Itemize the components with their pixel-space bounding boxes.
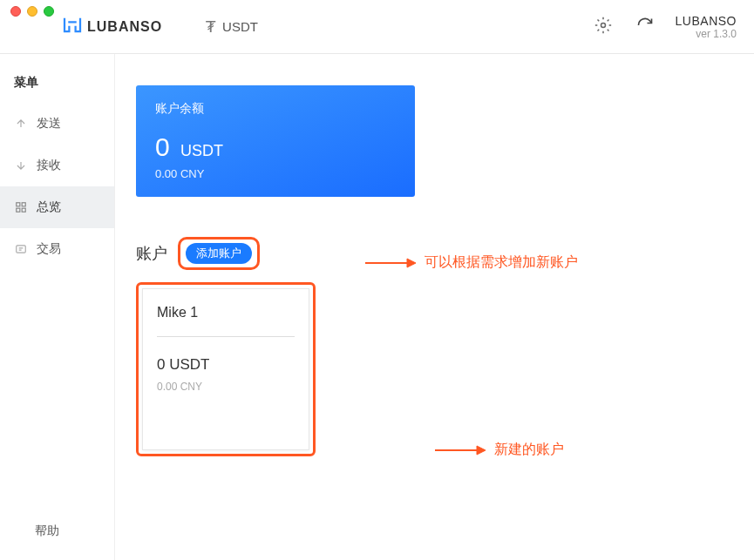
svg-marker-7 bbox=[407, 259, 416, 267]
annotation-text: 可以根据需求增加新账户 bbox=[425, 253, 578, 272]
svg-marker-9 bbox=[477, 446, 486, 455]
balance-cny: 0.00 CNY bbox=[155, 167, 396, 180]
arrow-icon bbox=[433, 444, 486, 456]
sidebar: 菜单 发送 接收 总览 交易 帮助 bbox=[0, 54, 115, 560]
add-account-highlight: 添加账户 bbox=[178, 237, 260, 270]
lubanso-icon bbox=[63, 17, 82, 37]
balance-amount: 0 USDT bbox=[155, 132, 396, 162]
currency-label: USDT bbox=[222, 19, 258, 34]
refresh-icon bbox=[636, 17, 654, 37]
sidebar-item-send[interactable]: 发送 bbox=[0, 103, 114, 145]
accounts-section-label: 账户 bbox=[136, 243, 167, 264]
titlebar: LUBANSO ₮ USDT LUBANSO ver 1.3.0 bbox=[0, 0, 754, 54]
refresh-button[interactable] bbox=[632, 14, 658, 40]
svg-rect-2 bbox=[22, 203, 25, 206]
sidebar-item-label: 接收 bbox=[37, 158, 61, 173]
transactions-icon bbox=[14, 243, 28, 255]
gear-icon bbox=[594, 17, 612, 37]
balance-label: 账户余额 bbox=[155, 101, 396, 117]
sidebar-item-label: 交易 bbox=[37, 241, 61, 257]
settings-button[interactable] bbox=[590, 14, 616, 40]
balance-card: 账户余额 0 USDT 0.00 CNY bbox=[136, 85, 415, 197]
account-card[interactable]: Mike 1 0 USDT 0.00 CNY bbox=[142, 288, 309, 450]
account-balance: 0 USDT bbox=[157, 356, 295, 374]
brand-text: LUBANSO bbox=[87, 19, 162, 35]
sidebar-item-overview[interactable]: 总览 bbox=[0, 186, 114, 228]
account-name: Mike 1 bbox=[157, 305, 295, 320]
sidebar-item-transactions[interactable]: 交易 bbox=[0, 228, 114, 270]
sidebar-help[interactable]: 帮助 bbox=[0, 503, 114, 560]
svg-rect-3 bbox=[17, 208, 20, 212]
balance-unit: USDT bbox=[180, 142, 223, 159]
svg-rect-5 bbox=[17, 246, 26, 253]
sidebar-item-label: 发送 bbox=[37, 116, 61, 132]
annotation-add-account: 可以根据需求增加新账户 bbox=[363, 253, 578, 272]
annotation-new-account: 新建的账户 bbox=[433, 441, 564, 459]
app-version: LUBANSO ver 1.3.0 bbox=[676, 14, 737, 40]
annotation-text: 新建的账户 bbox=[494, 441, 564, 459]
brand-logo: LUBANSO bbox=[63, 17, 162, 37]
sidebar-menu-title: 菜单 bbox=[0, 70, 114, 103]
window-controls bbox=[10, 6, 54, 17]
svg-rect-1 bbox=[17, 203, 20, 206]
help-label: 帮助 bbox=[35, 523, 59, 537]
arrow-icon bbox=[363, 257, 416, 269]
app-version-number: ver 1.3.0 bbox=[676, 28, 737, 40]
svg-rect-4 bbox=[22, 208, 25, 212]
main-content: 账户余额 0 USDT 0.00 CNY 账户 添加账户 可以根据需求增加新账户… bbox=[115, 54, 754, 560]
close-window-button[interactable] bbox=[10, 6, 21, 17]
send-icon bbox=[14, 118, 28, 130]
currency-selector[interactable]: ₮ USDT bbox=[206, 17, 258, 37]
account-card-highlight: Mike 1 0 USDT 0.00 CNY bbox=[136, 282, 316, 456]
divider bbox=[157, 336, 295, 337]
receive-icon bbox=[14, 159, 28, 172]
maximize-window-button[interactable] bbox=[44, 6, 54, 17]
add-account-button[interactable]: 添加账户 bbox=[186, 243, 252, 264]
sidebar-item-receive[interactable]: 接收 bbox=[0, 145, 114, 186]
sidebar-item-label: 总览 bbox=[37, 199, 61, 215]
balance-value: 0 bbox=[155, 132, 170, 161]
app-version-name: LUBANSO bbox=[676, 14, 737, 28]
minimize-window-button[interactable] bbox=[27, 6, 37, 17]
account-cny: 0.00 CNY bbox=[157, 381, 295, 393]
overview-icon bbox=[14, 201, 28, 213]
svg-point-0 bbox=[601, 23, 605, 27]
currency-symbol: ₮ bbox=[206, 17, 215, 37]
